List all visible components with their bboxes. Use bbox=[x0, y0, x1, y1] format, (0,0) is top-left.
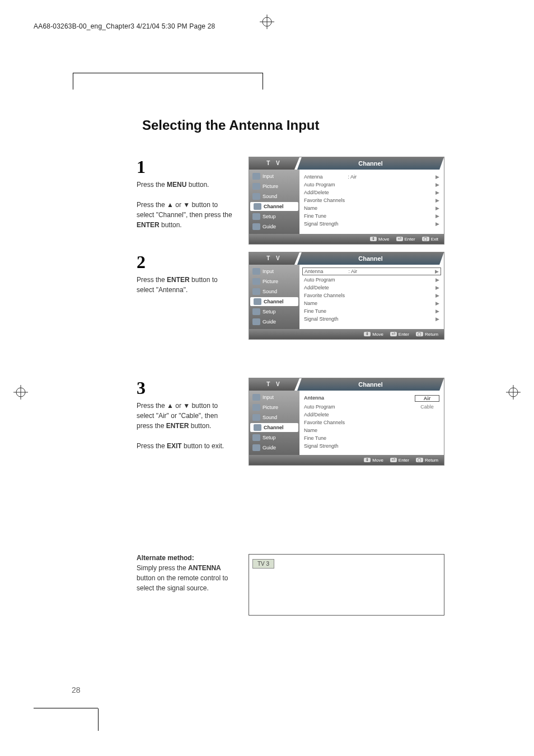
hint-enter: ⏎Enter bbox=[390, 458, 409, 463]
nav-channel[interactable]: Channel bbox=[250, 423, 298, 432]
row-antenna[interactable]: Antenna : Air▶ bbox=[302, 267, 441, 275]
alternate-screenshot: TV 3 bbox=[249, 554, 444, 616]
row-add-delete[interactable]: Add/Delete▶ bbox=[304, 284, 439, 292]
row-add-delete[interactable]: Add/Delete bbox=[304, 411, 439, 419]
osd-menu-list: AntennaAir Auto ProgramCable Add/Delete … bbox=[299, 391, 444, 455]
row-add-delete[interactable]: Add/Delete▶ bbox=[304, 189, 439, 196]
hint-exit: ▢Exit bbox=[422, 237, 438, 242]
step-2: 2 Press the ENTER button to select "Ante… bbox=[137, 252, 456, 295]
chevron-right-icon: ▶ bbox=[435, 190, 439, 195]
nav-sound[interactable]: Sound bbox=[249, 287, 299, 296]
registration-mark-right bbox=[506, 385, 521, 400]
nav-guide[interactable]: Guide bbox=[249, 443, 299, 452]
osd-menu-list: Antenna : Air▶ Auto Program▶ Add/Delete▶… bbox=[299, 170, 444, 234]
chevron-right-icon: ▶ bbox=[435, 285, 439, 290]
row-antenna[interactable]: Antenna : Air▶ bbox=[304, 173, 439, 181]
row-fine-tune[interactable]: Fine Tune▶ bbox=[304, 307, 439, 315]
nav-input[interactable]: Input bbox=[249, 267, 299, 276]
nav-channel[interactable]: Channel bbox=[250, 297, 298, 306]
option-cable[interactable]: Cable bbox=[415, 404, 439, 410]
guide-icon bbox=[252, 318, 260, 325]
row-favorite[interactable]: Favorite Channels bbox=[304, 419, 439, 426]
tab-frame bbox=[73, 73, 263, 90]
updown-icon: ⇕ bbox=[364, 332, 371, 336]
chevron-right-icon: ▶ bbox=[435, 213, 439, 219]
chevron-right-icon: ▶ bbox=[435, 174, 439, 180]
chevron-right-icon: ▶ bbox=[435, 221, 439, 227]
chevron-right-icon: ▶ bbox=[435, 277, 439, 283]
registration-mark-top bbox=[260, 15, 274, 29]
row-auto-program[interactable]: Auto ProgramCable bbox=[304, 403, 439, 411]
osd-tv-label: T V bbox=[249, 378, 299, 391]
hint-enter: ⏎Enter bbox=[396, 237, 415, 242]
chevron-right-icon: ▶ bbox=[435, 182, 439, 187]
sound-icon bbox=[252, 414, 260, 421]
osd-sidebar: Input Picture Sound Channel Setup Guide bbox=[249, 265, 299, 329]
margin-guide-h bbox=[34, 708, 98, 708]
updown-icon: ⇕ bbox=[370, 237, 377, 241]
page-number: 28 bbox=[72, 685, 81, 694]
nav-input[interactable]: Input bbox=[249, 393, 299, 402]
osd-tv-label: T V bbox=[249, 252, 299, 265]
osd-screenshot-2: T V Channel Input Picture Sound Channel … bbox=[249, 252, 444, 340]
chevron-right-icon: ▶ bbox=[435, 293, 439, 298]
nav-picture[interactable]: Picture bbox=[249, 182, 299, 191]
row-auto-program[interactable]: Auto Program▶ bbox=[304, 276, 439, 284]
hint-return: ▢Return bbox=[416, 458, 438, 463]
nav-sound[interactable]: Sound bbox=[249, 192, 299, 201]
row-signal[interactable]: Signal Strength bbox=[304, 442, 439, 450]
hint-enter: ⏎Enter bbox=[390, 332, 409, 337]
row-antenna[interactable]: AntennaAir bbox=[304, 394, 439, 403]
osd-menu-list: Antenna : Air▶ Auto Program▶ Add/Delete▶… bbox=[299, 265, 444, 329]
picture-icon bbox=[252, 183, 260, 190]
option-air[interactable]: Air bbox=[415, 395, 439, 402]
osd-category-title: Channel bbox=[297, 252, 444, 265]
margin-guide-v bbox=[98, 708, 99, 731]
row-favorite[interactable]: Favorite Channels▶ bbox=[304, 292, 439, 299]
osd-footer: ⇕Move ⏎Enter ▢Return bbox=[249, 329, 444, 339]
guide-icon bbox=[252, 223, 260, 230]
hint-move: ⇕Move bbox=[364, 332, 383, 337]
return-icon: ▢ bbox=[416, 458, 423, 462]
nav-setup[interactable]: Setup bbox=[249, 212, 299, 221]
row-favorite[interactable]: Favorite Channels▶ bbox=[304, 196, 439, 204]
chevron-right-icon: ▶ bbox=[435, 316, 439, 322]
row-name[interactable]: Name▶ bbox=[304, 299, 439, 307]
updown-icon: ⇕ bbox=[364, 458, 371, 462]
doc-header: AA68-03263B-00_eng_Chapter3 4/21/04 5:30… bbox=[34, 22, 215, 30]
nav-picture[interactable]: Picture bbox=[249, 277, 299, 286]
row-fine-tune[interactable]: Fine Tune bbox=[304, 434, 439, 442]
chevron-right-icon: ▶ bbox=[435, 269, 439, 274]
step-3: 3 Press the ▲ or ▼ button to select "Air… bbox=[137, 378, 456, 451]
chevron-right-icon: ▶ bbox=[435, 198, 439, 203]
step-text: Press the MENU button. Press the ▲ or ▼ … bbox=[137, 180, 235, 230]
picture-icon bbox=[252, 278, 260, 285]
channel-icon bbox=[254, 298, 261, 305]
alternate-method: Alternate method: Simply press the ANTEN… bbox=[137, 554, 456, 593]
row-name[interactable]: Name bbox=[304, 426, 439, 434]
osd-category-title: Channel bbox=[297, 378, 444, 391]
osd-screenshot-3: T V Channel Input Picture Sound Channel … bbox=[249, 378, 444, 466]
nav-guide[interactable]: Guide bbox=[249, 317, 299, 326]
nav-setup[interactable]: Setup bbox=[249, 433, 299, 442]
step-text: Press the ▲ or ▼ button to select "Air" … bbox=[137, 401, 235, 451]
exit-icon: ▢ bbox=[422, 237, 429, 241]
nav-picture[interactable]: Picture bbox=[249, 403, 299, 412]
nav-channel[interactable]: Channel bbox=[250, 202, 298, 211]
osd-sidebar: Input Picture Sound Channel Setup Guide bbox=[249, 391, 299, 455]
input-icon bbox=[252, 173, 260, 180]
row-name[interactable]: Name▶ bbox=[304, 204, 439, 212]
guide-icon bbox=[252, 444, 260, 451]
row-signal[interactable]: Signal Strength▶ bbox=[304, 220, 439, 228]
enter-icon: ⏎ bbox=[396, 237, 403, 241]
row-signal[interactable]: Signal Strength▶ bbox=[304, 315, 439, 323]
row-auto-program[interactable]: Auto Program▶ bbox=[304, 181, 439, 189]
nav-input[interactable]: Input bbox=[249, 172, 299, 181]
nav-sound[interactable]: Sound bbox=[249, 413, 299, 422]
sound-icon bbox=[252, 288, 260, 295]
nav-setup[interactable]: Setup bbox=[249, 307, 299, 316]
row-fine-tune[interactable]: Fine Tune▶ bbox=[304, 212, 439, 220]
chevron-right-icon: ▶ bbox=[435, 308, 439, 314]
hint-move: ⇕Move bbox=[370, 237, 390, 242]
nav-guide[interactable]: Guide bbox=[249, 222, 299, 231]
